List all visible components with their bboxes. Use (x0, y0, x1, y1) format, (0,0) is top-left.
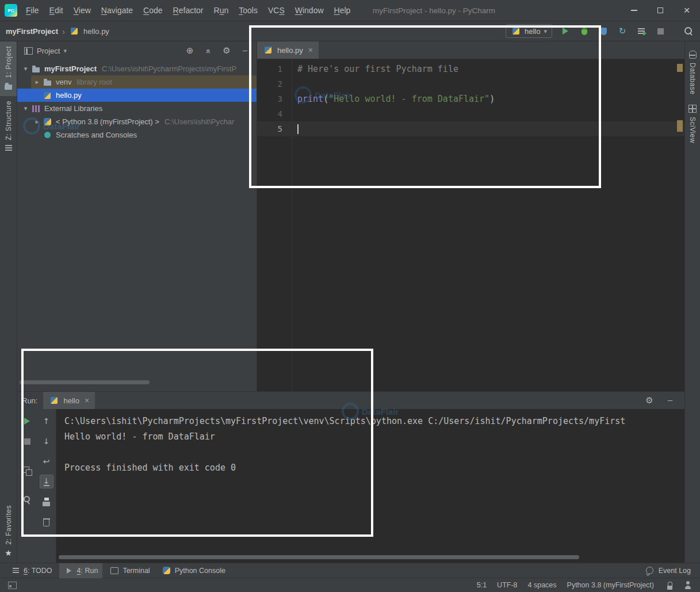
menu-tools[interactable]: Tools (234, 0, 263, 21)
collapse-all-button[interactable]: « (202, 45, 214, 57)
nav-toolbar: ↻ (560, 25, 666, 37)
down-stack-button[interactable]: ↓ (40, 435, 53, 448)
tree-item-myfirstproject[interactable]: ▾myFirstProjectC:\Users\ishit\PycharmPro… (17, 62, 257, 75)
code-line[interactable]: 3print("Hello world! - from DataFlair") (257, 91, 684, 106)
line-number[interactable]: 2 (257, 77, 292, 91)
rerun-button[interactable] (21, 415, 33, 427)
event-log-button[interactable]: Event Log (645, 566, 694, 576)
minimize-button[interactable] (621, 0, 647, 21)
run-tab-hello[interactable]: hello × (43, 392, 95, 409)
line-number[interactable]: 1 (257, 62, 292, 77)
toolwindow-tab-6-todo[interactable]: 6: TODO (6, 563, 57, 578)
close-tab-icon[interactable]: × (308, 45, 313, 55)
run-console[interactable]: C:\Users\ishit\PycharmProjects\myFirstPr… (56, 409, 684, 563)
stop-button[interactable] (21, 435, 33, 448)
settings-gear-icon[interactable]: ⚙ (644, 395, 655, 406)
console-hscrollbar[interactable] (59, 555, 579, 559)
settings-icon: ⚙ (221, 46, 232, 56)
toolwindow-button-sciview[interactable]: SciView (685, 99, 700, 148)
toolwindow-button-2-favorites[interactable]: 2: Favorites★ (0, 501, 17, 563)
run-toolbar: hello ▾ ↻ (506, 24, 694, 38)
tree-item-hello-py[interactable]: hello.py (17, 89, 257, 102)
python-file-icon (69, 26, 79, 36)
expander-icon[interactable]: ▸ (32, 118, 42, 125)
tree-item-external-libraries[interactable]: ▾External Libraries (17, 102, 257, 115)
breadcrumb-project[interactable]: myFirstProject (6, 27, 58, 36)
expander-icon[interactable]: ▸ (32, 78, 42, 86)
hide-button[interactable]: ─ (239, 45, 251, 57)
code-line[interactable]: 1# Here's our first Pycharm file (257, 62, 684, 77)
toolwindow-button-1-project[interactable]: 1: Project (0, 41, 17, 96)
todo-icon (10, 566, 21, 576)
run-dashboard-button[interactable] (636, 25, 647, 37)
status-bar: 5:1UTF-84 spacesPython 3.8 (myFirstProje… (0, 578, 700, 592)
menu-file[interactable]: File (21, 0, 44, 21)
run-button[interactable] (560, 25, 571, 37)
menu-edit[interactable]: Edit (44, 0, 68, 21)
toolwindow-button-database[interactable]: Database (685, 45, 700, 99)
menu-window[interactable]: Window (290, 0, 329, 21)
lock-icon[interactable] (664, 580, 675, 590)
project-view-selector[interactable]: Project (37, 47, 60, 55)
toolwindow-button-z-structure[interactable]: Z: Structure (0, 96, 17, 158)
python-icon (162, 566, 172, 576)
caret-position[interactable]: 5:1 (477, 581, 487, 589)
maximize-button[interactable] (647, 0, 674, 21)
line-number[interactable]: 4 (257, 106, 292, 121)
toolwindow-tab-terminal[interactable]: Terminal (105, 563, 154, 578)
settings-button[interactable]: ⚙ (221, 45, 232, 57)
console-lines: C:\Users\ishit\PycharmProjects\myFirstPr… (64, 414, 684, 476)
close-button[interactable]: × (674, 0, 700, 21)
menu-vcs[interactable]: VCS (263, 0, 290, 21)
indent-style[interactable]: 4 spaces (528, 581, 557, 589)
hide-panel-icon[interactable]: ─ (665, 395, 675, 406)
toolwindow-tab-label: Terminal (123, 567, 150, 575)
coverage-button[interactable] (598, 25, 609, 37)
tree-item-python-3-8-myfirstproject[interactable]: ▸< Python 3.8 (myFirstProject) >C:\Users… (17, 115, 257, 128)
soft-wrap-button[interactable]: ↩ (40, 455, 53, 468)
warning-stripe-mark[interactable] (677, 120, 683, 132)
tree-item-scratches-and-consoles[interactable]: Scratches and Consoles (17, 128, 257, 142)
code-editor[interactable]: 1# Here's our first Pycharm file23print(… (257, 59, 684, 391)
python-interpreter[interactable]: Python 3.8 (myFirstProject) (567, 581, 654, 589)
profiler-button[interactable]: ↻ (617, 25, 628, 37)
expander-icon[interactable]: ▾ (21, 65, 30, 72)
restore-layout-button[interactable] (21, 464, 33, 477)
menu-code[interactable]: Code (138, 0, 167, 21)
editor-tab-hello-py[interactable]: hello.py × (257, 41, 319, 59)
stop-icon (22, 436, 32, 446)
menu-navigate[interactable]: Navigate (96, 0, 138, 21)
menu-view[interactable]: View (68, 0, 96, 21)
warning-stripe-mark[interactable] (677, 64, 683, 72)
menu-refactor[interactable]: Refactor (168, 0, 209, 21)
toolwindow-tab-4-run[interactable]: 4: Run (59, 563, 103, 578)
toolwindow-tab-python-console[interactable]: Python Console (157, 563, 230, 578)
print-button[interactable] (40, 495, 53, 508)
code-line[interactable]: 2 (257, 77, 684, 91)
code-line[interactable]: 5 (257, 121, 684, 136)
breadcrumb-file[interactable]: hello.py (83, 27, 109, 36)
run-config-select[interactable]: hello ▾ (506, 24, 552, 38)
inspections-profile-icon[interactable] (683, 580, 693, 590)
scroll-end-button[interactable]: ↓ (40, 475, 53, 488)
pin-icon (22, 495, 32, 505)
pin-button[interactable] (21, 494, 33, 506)
locate-button[interactable]: ⊕ (184, 45, 196, 57)
menu-help[interactable]: Help (329, 0, 356, 21)
clear-all-button[interactable] (40, 515, 53, 528)
line-number[interactable]: 5 (257, 121, 292, 136)
chevron-down-icon[interactable]: ▾ (63, 47, 67, 55)
file-encoding[interactable]: UTF-8 (497, 581, 517, 589)
project-hscrollbar[interactable] (20, 380, 150, 384)
code-line[interactable]: 4 (257, 106, 684, 121)
toolwindow-toggle-icon[interactable] (7, 580, 17, 590)
menu-run[interactable]: Run (209, 0, 234, 21)
line-number[interactable]: 3 (257, 91, 292, 106)
close-tab-icon[interactable]: × (85, 396, 89, 405)
debug-button[interactable] (579, 25, 590, 37)
up-stack-button[interactable]: ↑ (40, 415, 53, 427)
tree-item-venv[interactable]: ▸venvlibrary root (17, 75, 257, 89)
stop-button[interactable] (655, 25, 666, 37)
search-everywhere-button[interactable] (683, 25, 694, 37)
expander-icon[interactable]: ▾ (21, 105, 30, 112)
